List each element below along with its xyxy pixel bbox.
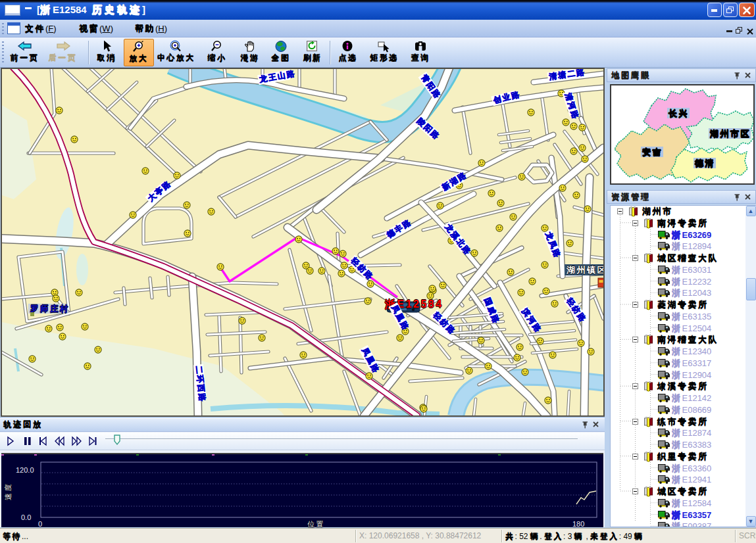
- svg-text:罗师庄村: 罗师庄村: [30, 304, 70, 314]
- svg-text:湖州市区: 湖州市区: [709, 129, 751, 139]
- svg-text:0: 0: [38, 520, 42, 528]
- svg-text:陵阳路: 陵阳路: [415, 116, 442, 142]
- svg-text:位置: 位置: [307, 520, 325, 528]
- svg-text:新湖路: 新湖路: [440, 170, 468, 193]
- svg-text:速度: 速度: [4, 483, 12, 500]
- svg-text:长兴: 长兴: [668, 108, 689, 118]
- svg-text:安吉: 安吉: [642, 147, 663, 157]
- svg-text:0.0: 0.0: [21, 513, 31, 521]
- svg-text:180: 180: [572, 520, 584, 528]
- svg-text:龙溪北路: 龙溪北路: [443, 222, 473, 257]
- svg-text:德清: 德清: [694, 158, 715, 168]
- svg-text:湖州镇区: 湖州镇区: [566, 265, 603, 275]
- svg-text:120.0: 120.0: [16, 466, 34, 474]
